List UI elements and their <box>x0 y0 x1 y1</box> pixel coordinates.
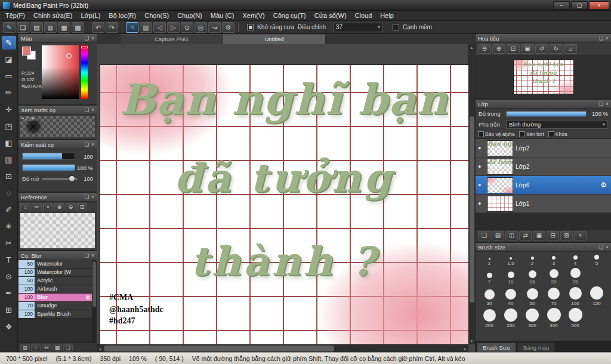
snap-crisscross-icon[interactable]: ◁ <box>153 22 166 33</box>
zoom-out-icon[interactable]: ⊖ <box>66 203 76 211</box>
select-tool-icon[interactable]: ⊡ <box>2 169 16 183</box>
layer-visibility-icon[interactable]: ● <box>478 200 485 206</box>
antialias-checkbox[interactable] <box>247 24 254 30</box>
snap-circle-icon[interactable]: ◎ <box>195 22 207 33</box>
layer-row-selected[interactable]: ● Lớp6 ⚙ <box>476 176 611 195</box>
soft-edge-checkbox[interactable] <box>393 24 399 30</box>
fill-rect-tool-icon[interactable]: ▭ <box>2 69 16 83</box>
undo-icon[interactable]: ↶ <box>92 22 104 33</box>
fit-icon[interactable]: ⊡ <box>77 203 87 211</box>
layer-folder-icon[interactable]: ▣ <box>533 231 545 240</box>
add-folder-icon[interactable]: ▤ <box>492 231 504 240</box>
add-layer-icon[interactable]: ❏ <box>478 231 490 240</box>
menu-item-color[interactable]: Màu (C) <box>206 11 239 20</box>
brush-folder-icon[interactable]: ❏ <box>63 344 73 351</box>
edit-brush-icon[interactable]: ✏ <box>42 344 51 351</box>
redo-icon[interactable]: ↷ <box>106 22 118 33</box>
brush-up-icon[interactable]: ↑ <box>31 344 41 351</box>
add-brush-icon[interactable]: ⊞ <box>20 344 30 351</box>
clear-icon[interactable]: × <box>43 203 53 211</box>
menu-item-layer[interactable]: Lớp(L) <box>76 11 104 20</box>
alpha-protect-label[interactable]: Bảo vệ alpha <box>485 131 515 137</box>
menu-item-tools[interactable]: Công cụ(T) <box>269 11 310 20</box>
lock-label[interactable]: Khóa <box>556 131 567 137</box>
brush-size-preset[interactable]: 3 <box>543 255 564 267</box>
slider-knob[interactable] <box>69 175 75 182</box>
layer-visibility-icon[interactable]: ● <box>478 164 485 169</box>
tab-color-palette[interactable]: Bảng màu <box>517 343 555 352</box>
brush-size-preset[interactable]: 200 <box>479 308 500 329</box>
panel-close-icon[interactable]: × <box>91 252 94 258</box>
snap-parallel-icon[interactable]: ▥ <box>140 22 152 33</box>
layer-row[interactable]: ● Bạn nghĩ bạn Lớp2 <box>476 139 611 158</box>
tab-brush-size[interactable]: Brush Size <box>477 343 516 352</box>
panel-popout-icon[interactable]: ❏ <box>598 101 603 107</box>
ellipse-select-tool-icon[interactable]: ◌ <box>2 186 16 200</box>
reset-view-icon[interactable]: ⌂ <box>564 44 577 54</box>
menu-item-help[interactable]: Help <box>376 11 398 20</box>
panel-popout-icon[interactable]: ❏ <box>598 35 603 41</box>
menu-item-file[interactable]: Tệp(F) <box>1 11 29 20</box>
brush-size-preset[interactable]: 25 <box>564 267 586 285</box>
bucket-tool-icon[interactable]: ◧ <box>2 136 16 150</box>
brush-opacity-slider[interactable] <box>22 164 75 171</box>
panel-close-icon[interactable]: × <box>91 107 94 113</box>
layer-settings-gear-icon[interactable]: ⚙ <box>600 181 607 189</box>
brush-item[interactable]: 50 Acrylic <box>18 277 92 285</box>
brush-size-preset[interactable]: 50 <box>521 287 543 307</box>
duplicate-layer-icon[interactable]: ◫ <box>505 231 518 240</box>
rotate-cw-icon[interactable]: ↻ <box>550 44 563 54</box>
menu-item-select[interactable]: Chọn(S) <box>140 11 173 20</box>
brush-size-preset[interactable]: 1.5 <box>500 256 521 267</box>
materials-icon[interactable]: ▩ <box>72 22 84 33</box>
layer-visibility-icon[interactable]: ● <box>478 145 485 151</box>
brush-item[interactable]: 50 Watercolor <box>18 260 92 269</box>
tab-untitled[interactable]: Untitled <box>223 34 326 44</box>
layer-row[interactable]: ● Lớp1 <box>476 195 611 213</box>
text-tool-icon[interactable]: T <box>2 253 16 267</box>
minimize-button[interactable]: – <box>553 1 570 10</box>
brush-size-preset[interactable]: 20 <box>543 268 564 285</box>
panel-close-icon[interactable]: × <box>91 194 94 200</box>
fit-window-icon[interactable]: ⊡ <box>507 44 520 54</box>
zoom-in-icon[interactable]: ⊕ <box>54 203 64 211</box>
brush-size-preset[interactable]: 100 <box>564 286 586 307</box>
maximize-button[interactable]: ▢ <box>571 1 588 10</box>
saturation-value-picker[interactable] <box>42 45 79 99</box>
hand-tool-icon[interactable]: ❖ <box>2 320 16 334</box>
panel-popout-icon[interactable]: ❏ <box>84 107 89 113</box>
min-width-slider[interactable] <box>42 178 78 180</box>
blend-mode-select[interactable]: Bình thường ▾ <box>506 120 608 129</box>
transform-tool-icon[interactable]: ◳ <box>2 119 16 133</box>
brush-size-preset[interactable]: 40 <box>500 288 521 307</box>
brush-size-preset[interactable]: 30 <box>479 288 500 307</box>
clear-layer-icon[interactable]: ⊠ <box>560 231 573 240</box>
pen-tool-icon[interactable]: ✎ <box>3 22 16 33</box>
close-button[interactable]: × <box>589 1 609 10</box>
brush-tool-icon[interactable]: ✎ <box>2 36 16 50</box>
brush-size-preset[interactable]: 4 <box>564 254 586 267</box>
panel-popout-icon[interactable]: ❏ <box>84 252 89 258</box>
foreground-color-swatch[interactable] <box>22 47 31 55</box>
select-pen-tool-icon[interactable]: ✐ <box>2 203 16 217</box>
brush-size-preset[interactable]: 2 <box>521 255 543 267</box>
menu-item-filter[interactable]: Bộ lọc(R) <box>104 11 140 20</box>
brush-grid-icon[interactable]: ▦ <box>53 344 62 351</box>
brush-size-preset[interactable]: 300 <box>521 307 543 329</box>
menu-item-capture[interactable]: Chụp(N) <box>173 11 206 20</box>
brush-size-preset[interactable]: 400 <box>543 307 564 329</box>
scissors-tool-icon[interactable]: ✂ <box>2 236 16 250</box>
paste-icon[interactable]: ❏ <box>17 22 29 33</box>
hue-slider[interactable] <box>81 45 88 99</box>
canvas[interactable]: Bạn nghĩ bạn đã tưởng thành ? #CMA @haan… <box>100 65 468 344</box>
snap-vanish-icon[interactable]: ▷ <box>167 22 180 33</box>
brush-item[interactable]: 100 Airbrush <box>18 285 92 294</box>
alpha-protect-checkbox[interactable] <box>478 131 484 137</box>
menu-item-cloud[interactable]: Cloud <box>351 11 377 20</box>
navigator-thumbnail[interactable]: Bạn nghĩ bạn đã tưởng thành ? <box>514 60 573 94</box>
correction-select[interactable]: 37 ▾ <box>333 23 383 32</box>
antialias-label[interactable]: Khử răng cưa <box>257 24 294 30</box>
brush-list-scrollbar[interactable] <box>92 260 97 343</box>
brush-item-selected[interactable]: 100 Blur ⚙ <box>18 294 92 302</box>
magic-wand-tool-icon[interactable]: ✳ <box>2 220 16 233</box>
